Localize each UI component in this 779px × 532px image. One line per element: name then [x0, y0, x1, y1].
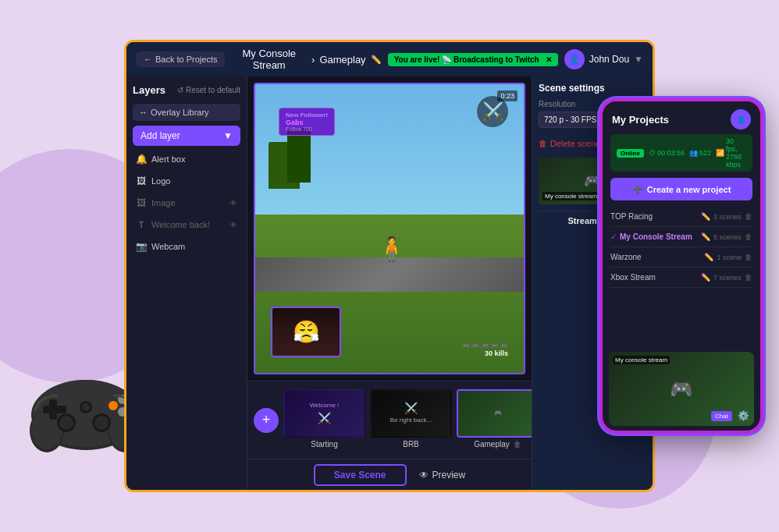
layer-item-webcam: 📷 Webcam: [133, 238, 240, 255]
phone-frame: My Projects 👤 Online ⏱ 00:03:56 👥 522 📶 …: [599, 98, 763, 434]
phone-settings-icon[interactable]: ⚙️: [738, 410, 749, 421]
follower-alert: New Follower! Gabs Follow 700: [279, 108, 335, 136]
phone-avatar: 👤: [731, 109, 751, 129]
warzone-delete-icon[interactable]: 🗑: [745, 253, 752, 261]
scene-label-brb: BRB: [403, 440, 419, 449]
my-console-delete-icon[interactable]: 🗑: [745, 232, 752, 241]
overlay-icon: ↔️: [139, 108, 148, 117]
status-fps: 📶 30 fps, 2760 kbps: [716, 137, 746, 168]
add-layer-button[interactable]: Add layer ▼: [133, 126, 240, 146]
layer-welcome-visibility-btn[interactable]: 👁: [229, 221, 237, 229]
svg-point-11: [94, 416, 108, 430]
scene-item-brb[interactable]: ⚔️ Be right back... BRB: [370, 389, 452, 452]
phone-project-item-warzone[interactable]: Warzone ✏️ 1 scene 🗑: [610, 247, 752, 268]
top-racing-delete-icon[interactable]: 🗑: [745, 212, 752, 221]
svg-rect-7: [49, 399, 57, 420]
canvas-area: New Follower! Gabs Follow 700 ⚔️ 0:23: [247, 76, 532, 490]
scene-thumb-starting: Welcome ! ⚔️: [283, 389, 365, 438]
layer-item-logo: 🖼 Logo: [133, 172, 240, 190]
scene-label-starting: Starting: [311, 440, 337, 449]
webcam-icon: 📷: [136, 241, 147, 252]
user-area: 👤 John Dou ▼: [564, 49, 643, 69]
scene-thumb-brb: ⚔️ Be right back...: [370, 389, 452, 438]
overlay-library-button[interactable]: ↔️ Overlay Library: [133, 104, 240, 121]
layer-image-actions: 👁: [229, 199, 237, 207]
eye-icon: 👁: [419, 470, 429, 481]
phone-project-item-top-racing[interactable]: TOP Racing ✏️ 3 scenes 🗑: [610, 207, 752, 227]
scene-toolbar: + Welcome ! ⚔️ Starting: [247, 381, 532, 459]
scene-delete-gameplay-button[interactable]: 🗑: [514, 440, 521, 449]
add-scene-button[interactable]: +: [254, 408, 279, 433]
breadcrumb-separator: ›: [311, 54, 315, 66]
xbox-stream-delete-icon[interactable]: 🗑: [745, 273, 752, 282]
action-bar: Save Scene 👁 Preview: [247, 459, 532, 490]
save-scene-button[interactable]: Save Scene: [314, 464, 407, 486]
scene-item-gameplay[interactable]: 🎮 Gameplay 🗑: [457, 389, 532, 452]
sidebar-header: Layers ↺ Reset to default: [133, 84, 240, 96]
edit-scene-icon[interactable]: ✏️: [371, 55, 382, 65]
layer-welcome-actions: 👁: [229, 221, 237, 229]
svg-point-9: [59, 416, 73, 430]
webcam-overlay: 😤: [271, 307, 341, 357]
trash-icon: 🗑: [539, 139, 547, 148]
phone-project-item-xbox-stream[interactable]: Xbox Stream ✏️ 7 scenes 🗑: [610, 268, 752, 288]
plus-icon: ➕: [632, 184, 643, 194]
svg-point-17: [82, 403, 90, 411]
main-app-window: ← Back to Projects My Console Stream › G…: [124, 40, 655, 492]
text-icon: T: [136, 219, 147, 230]
xbox-stream-edit-icon[interactable]: ✏️: [701, 273, 710, 282]
dropdown-arrow-icon: ▼: [223, 130, 233, 141]
layer-item-image: 🖼 Image 👁: [133, 194, 240, 211]
phone-project-item-my-console[interactable]: ✓ My Console Stream ✏️ 5 scenes 🗑: [610, 227, 752, 247]
status-viewers: 👥 522: [689, 149, 711, 157]
reset-to-default-button[interactable]: ↺ Reset to default: [177, 86, 240, 94]
top-racing-edit-icon[interactable]: ✏️: [701, 212, 710, 221]
game-stats-overlay: 🎮 🎮 🎮 🎮 🎮 30 kills: [462, 342, 508, 357]
scene-label-gameplay: Gameplay 🗑: [474, 440, 521, 449]
phone-status-bar: Online ⏱ 00:03:56 👥 522 📶 30 fps, 2760 k…: [610, 134, 752, 172]
logo-icon: 🖼: [136, 176, 147, 186]
live-status-badge: You are live! 📡 Broadcasting to Twitch ✕: [388, 53, 558, 66]
image-icon: 🖼: [136, 197, 147, 208]
preview-button[interactable]: 👁 Preview: [419, 470, 466, 481]
live-badge-close[interactable]: ✕: [546, 55, 552, 64]
warzone-edit-icon[interactable]: ✏️: [704, 253, 713, 261]
phone-overlay: My Projects 👤 Online ⏱ 00:03:56 👥 522 📶 …: [599, 98, 763, 434]
body-area: Layers ↺ Reset to default ↔️ Overlay Lib…: [126, 76, 653, 490]
phone-header: My Projects 👤: [603, 101, 760, 134]
svg-point-12: [108, 401, 118, 410]
header-title: My Console Stream › Gameplay ✏️: [231, 48, 381, 71]
status-time: ⏱ 00:03:56: [649, 149, 685, 157]
game-scene: New Follower! Gabs Follow 700 ⚔️ 0:23: [255, 84, 524, 373]
reset-icon: ↺: [177, 86, 183, 94]
phone-preview-thumbnail: 🎮 My console stream ⚙️ Chat: [609, 352, 754, 426]
canvas-preview: New Follower! Gabs Follow 700 ⚔️ 0:23: [254, 83, 525, 374]
phone-chat-button[interactable]: Chat: [711, 411, 732, 421]
back-to-projects-button[interactable]: ← Back to Projects: [136, 51, 225, 67]
svg-point-3: [31, 409, 62, 449]
phone-project-list: TOP Racing ✏️ 3 scenes 🗑 ✓ My Console St…: [603, 207, 760, 347]
layer-item-alert-box: 🔔 Alert box: [133, 151, 240, 168]
layer-item-welcome-back: T Welcome back! 👁: [133, 216, 240, 233]
scene-thumb-gameplay: 🎮: [457, 389, 532, 438]
user-dropdown-icon[interactable]: ▼: [634, 54, 643, 65]
scene-item-starting[interactable]: Welcome ! ⚔️ Starting: [283, 389, 365, 452]
active-check-icon: ✓: [610, 232, 617, 241]
layer-image-visibility-btn[interactable]: 👁: [229, 199, 237, 207]
game-timer: 0:23: [497, 90, 518, 101]
my-console-edit-icon[interactable]: ✏️: [701, 232, 710, 241]
alert-box-icon: 🔔: [136, 154, 147, 165]
header-bar: ← Back to Projects My Console Stream › G…: [126, 42, 653, 76]
webcam-face: 😤: [272, 308, 340, 356]
create-new-project-button[interactable]: ➕ Create a new project: [610, 178, 752, 200]
avatar: 👤: [564, 49, 585, 69]
back-arrow-icon: ←: [144, 55, 152, 64]
layers-sidebar: Layers ↺ Reset to default ↔️ Overlay Lib…: [126, 76, 247, 490]
